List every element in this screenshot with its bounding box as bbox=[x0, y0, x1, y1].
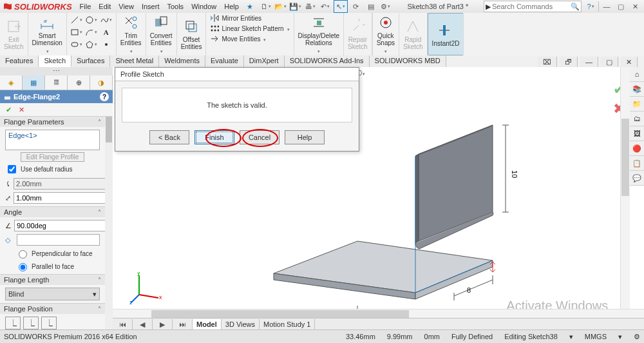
open-doc-icon[interactable]: 📂 bbox=[274, 1, 287, 12]
search-input[interactable] bbox=[491, 2, 571, 11]
offset-entities-button[interactable]: Offset Entities bbox=[177, 13, 207, 55]
smart-dimension-button[interactable]: ⌀ Smart Dimension bbox=[28, 13, 67, 55]
menu-window[interactable]: Window bbox=[191, 3, 216, 11]
flange-pos-opt3-icon[interactable]: ⎿ bbox=[41, 317, 57, 329]
tab-weldments[interactable]: Weldments bbox=[159, 55, 205, 67]
doc-max-icon[interactable]: ▢ bbox=[601, 57, 618, 68]
tab-surfaces[interactable]: Surfaces bbox=[71, 55, 110, 67]
tab-motion-study[interactable]: Motion Study 1 bbox=[260, 319, 315, 329]
search-icon[interactable]: 🔍 bbox=[571, 3, 580, 11]
dialog-back-button[interactable]: < Back bbox=[149, 130, 189, 144]
perpendicular-radio[interactable]: Perpendicular to face bbox=[15, 248, 100, 259]
select-icon[interactable]: ↖ bbox=[334, 0, 348, 13]
print-icon[interactable]: 🖶 bbox=[304, 1, 317, 12]
edge-selection-box[interactable]: Edge<1> bbox=[5, 130, 100, 150]
pm-tab-feature-tree-icon[interactable]: ◈ bbox=[0, 75, 23, 90]
status-custom-icon[interactable]: ▾ bbox=[569, 333, 573, 341]
taskpane-view-palette-icon[interactable]: 🖼 bbox=[630, 126, 644, 141]
pm-tab-property-manager-icon[interactable]: ▦ bbox=[23, 75, 45, 90]
length-type-select[interactable]: Blind▾ bbox=[5, 288, 100, 300]
menu-file[interactable]: File bbox=[80, 3, 91, 11]
line-tool-icon[interactable] bbox=[70, 14, 84, 26]
pm-tab-display-icon[interactable]: ◑ bbox=[90, 75, 113, 90]
minimize-button[interactable]: — bbox=[600, 1, 613, 12]
search-toggle-icon[interactable]: ▶ bbox=[486, 3, 491, 11]
pm-help-icon[interactable]: ? bbox=[100, 92, 109, 101]
chevron-up-icon[interactable]: ˄ bbox=[98, 277, 101, 284]
move-entities-button[interactable]: Move Entities bbox=[210, 35, 289, 43]
dialog-help-button[interactable]: Help bbox=[285, 130, 325, 144]
face-selection-box[interactable] bbox=[17, 234, 100, 246]
gap-field[interactable]: ▲▼ bbox=[14, 192, 105, 204]
taskpane-explorer-icon[interactable]: 🗂 bbox=[630, 112, 644, 126]
exit-sketch-button[interactable]: Exit Sketch bbox=[0, 13, 28, 55]
pm-ok-icon[interactable]: ✔ bbox=[4, 105, 13, 114]
tab-evaluate[interactable]: Evaluate bbox=[205, 55, 244, 67]
convert-entities-button[interactable]: Convert Entities bbox=[146, 13, 177, 55]
status-units-drop-icon[interactable]: ▾ bbox=[618, 333, 622, 341]
taskpane-design-lib-icon[interactable]: 📁 bbox=[630, 97, 644, 112]
circle-tool-icon[interactable] bbox=[84, 14, 99, 26]
dim-height[interactable]: 10 bbox=[511, 170, 518, 178]
arc-tool-icon[interactable] bbox=[84, 26, 99, 38]
spline-tool-icon[interactable] bbox=[99, 14, 113, 26]
menu-insert[interactable]: Insert bbox=[142, 3, 160, 11]
quick-snaps-button[interactable]: Quick Snaps bbox=[373, 13, 399, 55]
status-units[interactable]: MMGS bbox=[585, 333, 607, 340]
trim-entities-button[interactable]: Trim Entities bbox=[117, 13, 146, 55]
tab-sheet-metal[interactable]: Sheet Metal bbox=[110, 55, 159, 67]
vertical-scrollbar[interactable] bbox=[620, 67, 630, 309]
doc-min-icon[interactable]: — bbox=[580, 57, 598, 68]
taskpane-appearances-icon[interactable]: 🔴 bbox=[630, 141, 644, 156]
angle-header[interactable]: Angle bbox=[4, 208, 22, 216]
taskpane-resources-icon[interactable]: 📚 bbox=[630, 82, 644, 97]
parallel-radio[interactable]: Parallel to face bbox=[15, 261, 100, 271]
instant2d-button[interactable]: Instant2D bbox=[428, 13, 464, 55]
pm-cancel-icon[interactable]: ✕ bbox=[17, 105, 26, 114]
menu-tools[interactable]: Tools bbox=[167, 3, 184, 11]
edit-flange-profile-button[interactable]: Edit Flange Profile bbox=[21, 152, 85, 162]
dim-8[interactable]: 8 bbox=[467, 286, 471, 294]
flange-parameters-header[interactable]: Flange Parameters bbox=[4, 118, 64, 126]
search-commands[interactable]: ▶ 🔍 bbox=[484, 1, 582, 12]
menu-edit[interactable]: Edit bbox=[99, 3, 111, 11]
undo-icon[interactable]: ↶ bbox=[319, 1, 332, 12]
taskpane-home-icon[interactable]: ⌂ bbox=[630, 67, 644, 82]
tab-last-icon[interactable]: ⏭ bbox=[173, 319, 193, 329]
help-dropdown-icon[interactable]: ? bbox=[584, 1, 597, 12]
bend-radius-field[interactable]: ▲▼ bbox=[14, 178, 105, 190]
polygon-tool-icon[interactable] bbox=[84, 39, 99, 50]
chevron-up-icon[interactable]: ˄ bbox=[98, 306, 101, 313]
new-doc-icon[interactable]: 🗋 bbox=[260, 1, 272, 12]
taskpane-forum-icon[interactable]: 💬 bbox=[630, 171, 644, 186]
menu-pin-icon[interactable]: ★ bbox=[247, 3, 253, 11]
pm-tab-dimxpert-icon[interactable]: ⊕ bbox=[68, 75, 90, 90]
linear-pattern-button[interactable]: Linear Sketch Pattern bbox=[210, 24, 289, 32]
view-triad[interactable]: y x z bbox=[129, 272, 162, 304]
file-props-icon[interactable]: ▤ bbox=[365, 1, 377, 12]
taskpane-props-icon[interactable]: 📋 bbox=[630, 156, 644, 171]
menu-help[interactable]: Help bbox=[224, 3, 239, 11]
tab-prev-icon[interactable]: ◀ bbox=[133, 319, 153, 330]
tab-sketch[interactable]: Sketch bbox=[39, 55, 71, 67]
tab-next-icon[interactable]: ▶ bbox=[153, 319, 173, 330]
tab-addins[interactable]: SOLIDWORKS Add-Ins bbox=[285, 55, 370, 67]
chevron-up-icon[interactable]: ˄ bbox=[98, 209, 101, 216]
maximize-button[interactable]: ▢ bbox=[614, 1, 627, 12]
tab-first-icon[interactable]: ⏮ bbox=[113, 319, 133, 329]
menu-view[interactable]: View bbox=[118, 3, 134, 11]
pm-tab-config-icon[interactable]: 𝄜 bbox=[45, 75, 68, 90]
doc-ref-icon[interactable]: ⌧ bbox=[538, 57, 557, 68]
status-macro-icon[interactable]: ⚙ bbox=[634, 333, 640, 341]
tab-features[interactable]: Features bbox=[0, 55, 39, 67]
tab-mbd[interactable]: SOLIDWORKS MBD bbox=[370, 55, 446, 67]
rebuild-icon[interactable]: ⟳ bbox=[350, 1, 363, 12]
options-icon[interactable]: ⚙ bbox=[379, 1, 392, 12]
text-tool-icon[interactable]: A bbox=[99, 26, 113, 38]
tab-3d-views[interactable]: 3D Views bbox=[222, 319, 260, 329]
display-delete-relations-button[interactable]: Display/Delete Relations bbox=[294, 13, 344, 55]
rectangle-tool-icon[interactable] bbox=[70, 26, 84, 38]
flange-length-header[interactable]: Flange Length bbox=[4, 276, 49, 284]
use-default-radius-checkbox[interactable]: Use default radius bbox=[5, 163, 100, 175]
horizontal-scrollbar[interactable] bbox=[113, 309, 644, 318]
